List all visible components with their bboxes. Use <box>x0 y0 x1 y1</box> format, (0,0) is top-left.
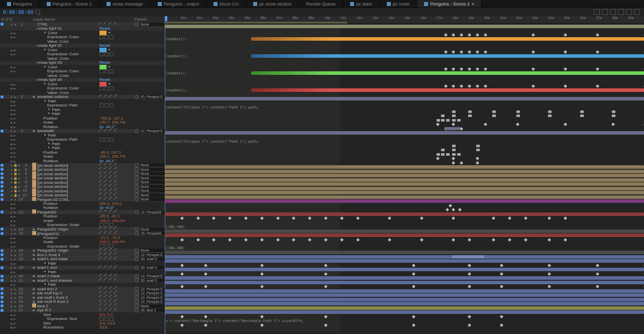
keyframe[interactable] <box>356 216 360 220</box>
twirl-icon[interactable] <box>10 275 13 278</box>
timeline-row[interactable] <box>165 84 644 88</box>
keyframe[interactable] <box>484 33 487 36</box>
keyframe[interactable] <box>476 33 479 36</box>
parent-dropdown[interactable]: 30. scarf 2 <box>140 279 165 282</box>
timeline-row[interactable] <box>165 280 644 285</box>
keyframe[interactable] <box>452 33 455 36</box>
keyframe[interactable] <box>548 216 551 220</box>
parent-dropdown[interactable]: 12. Penguin 0 <box>140 296 165 299</box>
timeline-row[interactable]: loopOut(); <box>165 71 644 76</box>
layer-bar[interactable] <box>251 88 644 92</box>
keyframe[interactable] <box>457 153 461 156</box>
layer-bar[interactable] <box>165 259 644 263</box>
keyframe-nav[interactable]: ◂◇▸ <box>10 108 17 112</box>
twirl-icon[interactable] <box>10 185 13 188</box>
layer-row[interactable]: Value: Color <box>0 39 165 44</box>
keyframe[interactable] <box>508 216 511 220</box>
twirl-icon[interactable] <box>10 309 13 312</box>
layer-row[interactable]: 24 ear muff L front 212. Penguin 0 <box>0 295 165 300</box>
keyframe[interactable] <box>452 208 455 211</box>
visibility-toggle[interactable] <box>1 258 4 261</box>
timeline-row[interactable] <box>165 178 644 182</box>
timeline-row[interactable]: [100,100] <box>165 225 644 230</box>
parent-dropdown[interactable]: 30. scarf 2 <box>140 266 165 269</box>
keyframe[interactable] <box>441 153 445 156</box>
layer-row[interactable]: ◂◇▸Size8.0, 5.0 <box>0 312 165 317</box>
keyframe[interactable] <box>452 50 455 53</box>
keyframe-nav[interactable]: ◂◇▸ <box>10 52 17 56</box>
composition-tab[interactable]: Penguins <box>0 0 40 8</box>
layer-row[interactable]: ◂◇▸Size9.0, 13.0 <box>0 321 165 325</box>
tool-icon[interactable] <box>594 9 600 15</box>
keyframe[interactable] <box>436 123 440 126</box>
lock-icon[interactable]: 🔒 <box>14 176 17 180</box>
keyframe[interactable] <box>412 263 415 267</box>
expr-icon[interactable] <box>104 86 109 90</box>
visibility-toggle[interactable] <box>1 296 4 299</box>
keyframe-nav[interactable]: ◂◇▸ <box>10 219 17 222</box>
keyframe[interactable] <box>468 67 471 70</box>
layer-bar[interactable] <box>165 281 644 284</box>
twirl-icon[interactable] <box>14 198 17 201</box>
keyframe-nav[interactable]: ◂◇▸ <box>10 125 17 129</box>
parent-dropdown[interactable]: 12. Penguin 0 <box>140 300 165 303</box>
composition-tab[interactable]: Render Queue <box>299 0 343 8</box>
layer-bar[interactable] <box>165 298 644 301</box>
visibility-toggle[interactable] <box>1 168 4 171</box>
layer-row[interactable]: xmas light 01Reset <box>0 27 165 31</box>
keyframe[interactable] <box>446 153 450 156</box>
expr-icon[interactable] <box>104 138 109 142</box>
timeline-row[interactable] <box>165 293 644 298</box>
keyframe[interactable] <box>460 67 463 70</box>
pickwhip-icon[interactable] <box>135 266 139 270</box>
timeline-row[interactable] <box>165 186 644 191</box>
keyframe[interactable] <box>441 119 445 122</box>
keyframe[interactable] <box>441 149 445 151</box>
timeline-row[interactable] <box>165 135 644 140</box>
property-value[interactable]: 32.0 <box>99 325 108 329</box>
expr-icon[interactable] <box>99 35 103 39</box>
keyframe-nav[interactable]: ◂◇▸ <box>10 159 17 163</box>
parent-dropdown[interactable]: 12. Penguin 0 <box>140 291 165 295</box>
parent-dropdown[interactable]: 12. Penguin 0 <box>140 287 165 291</box>
keyframe[interactable] <box>452 115 456 117</box>
layer-row[interactable]: ◂◇▸Expression: Color <box>0 52 165 57</box>
expression-text[interactable]: content("Ellipse 1").content("Path 1").p… <box>166 140 259 144</box>
pickwhip-icon[interactable] <box>135 193 139 197</box>
layer-row[interactable]: xmas light 03Reset <box>0 61 165 65</box>
keyframe[interactable] <box>484 50 487 53</box>
expression-text[interactable]: content("Ellipse 1").content("Path 1").p… <box>166 105 259 109</box>
expr-icon[interactable] <box>110 103 114 107</box>
keyframe[interactable] <box>458 208 462 211</box>
timeline-row[interactable] <box>165 109 644 114</box>
tool-icon[interactable] <box>602 9 608 15</box>
color-swatch[interactable] <box>99 48 106 52</box>
layer-row[interactable]: 15 [Penguin01]16. Penguin0 <box>0 232 165 236</box>
keyframe[interactable] <box>460 33 463 36</box>
pickwhip-icon[interactable] <box>135 308 139 312</box>
twirl-icon[interactable] <box>10 253 13 256</box>
keyframe[interactable] <box>548 263 551 267</box>
keyframe[interactable] <box>596 272 599 275</box>
expression-text[interactable]: x = content("Rectangle 1").content("Rect… <box>166 319 303 323</box>
visibility-toggle[interactable] <box>1 172 4 175</box>
keyframe[interactable] <box>460 127 463 130</box>
timeline-row[interactable] <box>165 63 644 67</box>
twirl-icon[interactable] <box>14 275 17 278</box>
keyframe[interactable] <box>468 272 471 275</box>
keyframe-nav[interactable]: ◂◇▸ <box>10 82 17 86</box>
keyframe[interactable] <box>444 84 447 87</box>
keyframe-nav[interactable]: ◂◇▸ <box>10 236 17 240</box>
twirl-icon[interactable] <box>14 253 17 256</box>
expr-icon[interactable] <box>110 35 114 39</box>
visibility-toggle[interactable] <box>1 164 4 167</box>
layer-row[interactable]: Value: Color <box>0 73 165 78</box>
pickwhip-icon[interactable] <box>135 184 139 188</box>
layer-bar[interactable] <box>165 187 644 190</box>
keyframe[interactable] <box>468 263 471 267</box>
layer-bar[interactable] <box>165 251 644 254</box>
visibility-toggle[interactable] <box>1 292 4 295</box>
timeline-row[interactable]: loopOut(); <box>165 88 644 93</box>
twirl-icon[interactable] <box>18 176 21 179</box>
keyframe[interactable] <box>476 84 479 87</box>
